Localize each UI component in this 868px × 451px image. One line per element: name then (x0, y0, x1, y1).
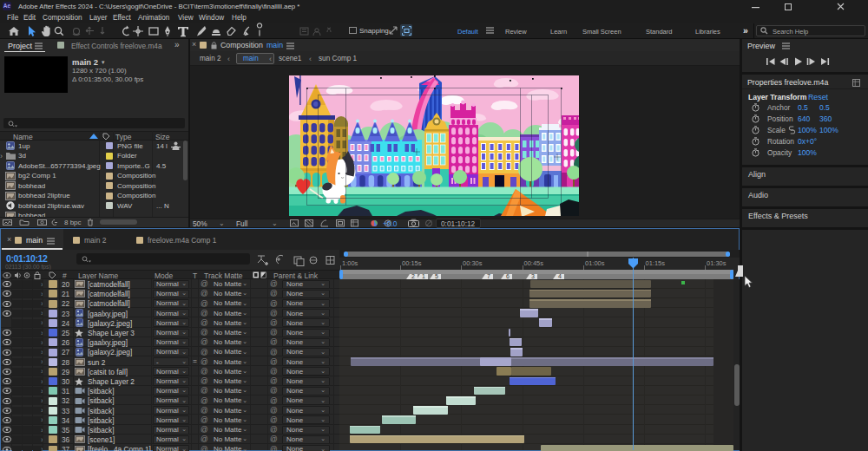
svg-text:2: 2 (411, 273, 415, 279)
svg-text:6: 6 (506, 273, 510, 279)
svg-text:3: 3 (531, 273, 535, 279)
svg-text:7: 7 (487, 273, 490, 279)
svg-text:4: 4 (558, 273, 562, 279)
svg-text:5: 5 (435, 273, 438, 279)
svg-text:1: 1 (422, 273, 425, 279)
